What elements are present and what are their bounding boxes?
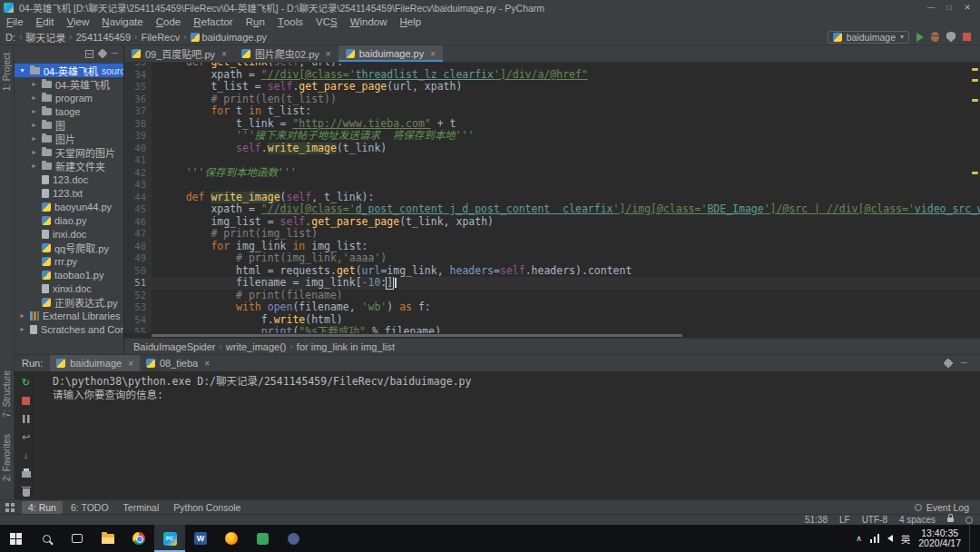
tree-collapsed-arrow-icon[interactable]: ▸ xyxy=(18,325,26,333)
taskbar-clock[interactable]: 13:40:35 2020/4/17 xyxy=(918,528,961,549)
collapse-all-icon[interactable] xyxy=(85,50,93,58)
print-button[interactable] xyxy=(22,471,31,478)
project-tree-item[interactable]: ▸天堂网的图片 xyxy=(15,145,123,159)
project-tree-item[interactable]: ▸External Libraries xyxy=(15,309,123,322)
toolwindow-button[interactable]: 4: Run xyxy=(22,501,63,514)
close-tab-icon[interactable]: × xyxy=(204,359,210,369)
statusbar-item[interactable]: 4 spaces xyxy=(899,515,936,525)
code-line[interactable]: 55 print("%s下载成功" % filename) xyxy=(124,326,980,333)
warning-stripe-mark[interactable] xyxy=(972,99,978,102)
code-line[interactable]: 42 '''保存到本地函数''' xyxy=(124,167,980,180)
breadcrumb-item[interactable]: 聊天记录 xyxy=(25,30,65,44)
toolwindow-button[interactable]: Python Console xyxy=(167,501,247,514)
breadcrumb-item[interactable]: D: xyxy=(5,32,15,43)
breadcrumb-item[interactable]: baiduimage.py xyxy=(191,32,268,43)
ime-indicator[interactable]: 英 xyxy=(901,532,911,546)
project-tree-item[interactable]: 123.txt xyxy=(15,186,123,200)
tree-collapsed-arrow-icon[interactable]: ▸ xyxy=(30,148,38,156)
code-line[interactable]: 35 t_list = self.get_parse_page(url, xpa… xyxy=(124,81,980,94)
editor[interactable]: 33 def get_tlink(self, url):34 xpath = "… xyxy=(124,63,980,333)
project-tree-item[interactable]: ▸program xyxy=(15,91,123,104)
soft-wrap-button[interactable]: ↩ xyxy=(20,430,33,443)
hector-inspections-icon[interactable] xyxy=(965,517,973,524)
tree-collapsed-arrow-icon[interactable]: ▸ xyxy=(30,94,38,102)
project-tree-item[interactable]: rrr.py xyxy=(15,254,123,268)
code-line[interactable]: 47 # print(img_list) xyxy=(124,228,980,241)
code-line[interactable]: 40 self.write_image(t_link) xyxy=(124,143,980,155)
tree-collapsed-arrow-icon[interactable]: ▸ xyxy=(30,121,38,129)
menu-item-view[interactable]: View xyxy=(60,15,95,29)
project-tree-item[interactable]: ▸图 xyxy=(15,118,123,132)
taskbar-win-start-button[interactable] xyxy=(0,525,31,552)
project-tree-item[interactable]: baoyun44.py xyxy=(15,200,123,213)
warning-stripe-mark[interactable] xyxy=(972,68,978,71)
tree-collapsed-arrow-icon[interactable]: ▸ xyxy=(30,134,38,143)
taskbar-task-view-button[interactable] xyxy=(62,525,93,552)
volume-icon[interactable] xyxy=(887,535,893,542)
run-button[interactable] xyxy=(916,33,924,42)
code-line[interactable]: 43 xyxy=(124,179,980,192)
run-settings-gear-icon[interactable] xyxy=(945,360,952,367)
tree-collapsed-arrow-icon[interactable]: ▸ xyxy=(30,107,38,115)
code-line[interactable]: 34 xpath = "//div[@class='threadlist_lz … xyxy=(124,69,980,82)
statusbar-item[interactable]: UTF-8 xyxy=(862,515,887,525)
network-icon[interactable] xyxy=(870,534,879,543)
toolwindow-switcher-icon[interactable] xyxy=(5,503,15,512)
tree-collapsed-arrow-icon[interactable]: ▸ xyxy=(18,311,26,320)
taskbar-word-button[interactable]: W xyxy=(185,525,216,552)
close-button[interactable]: ✕ xyxy=(958,0,976,15)
warning-stripe-mark[interactable] xyxy=(972,79,978,82)
project-tree-item[interactable]: xinxi.doc xyxy=(15,281,123,295)
rerun-button[interactable]: ↻ xyxy=(20,376,33,389)
run-tab[interactable]: baiduimage× xyxy=(50,355,140,371)
show-desktop-button[interactable] xyxy=(969,525,973,552)
toolwindow-button[interactable]: 6: TODO xyxy=(64,501,115,514)
menu-item-refactor[interactable]: Refactor xyxy=(187,15,239,29)
tree-expanded-arrow-icon[interactable]: ▾ xyxy=(18,66,26,74)
project-toolwindow-button[interactable]: 1: Project xyxy=(2,53,12,91)
project-tree-item[interactable]: ▸新建文件夹 xyxy=(15,159,123,172)
hide-run-panel-icon[interactable]: ─ xyxy=(961,360,967,367)
code-line[interactable]: 37 for t in t_list: xyxy=(124,105,980,118)
clear-all-button[interactable] xyxy=(23,488,30,497)
minimize-button[interactable]: — xyxy=(922,0,940,15)
tree-collapsed-arrow-icon[interactable]: ▸ xyxy=(30,162,38,170)
scrollbar-thumb[interactable] xyxy=(152,334,682,337)
run-tab[interactable]: 08_tieba× xyxy=(140,355,216,371)
menu-item-tools[interactable]: Tools xyxy=(271,15,309,29)
close-tab-icon[interactable]: × xyxy=(430,49,436,59)
project-tree-item[interactable]: ▸图片 xyxy=(15,132,123,145)
editor-breadcrumb-item[interactable]: write_image() xyxy=(226,341,287,352)
editor-breadcrumb-item[interactable]: for img_link in img_list xyxy=(297,341,395,352)
code-line[interactable]: 52 # print(filename) xyxy=(124,290,980,302)
menu-item-window[interactable]: Window xyxy=(344,15,394,29)
code-line[interactable]: 38 t_link = "http://www.tieba.com" + t xyxy=(124,118,980,131)
tray-chevron-up-icon[interactable]: ∧ xyxy=(856,534,862,543)
close-tab-icon[interactable]: × xyxy=(221,49,227,59)
code-line[interactable]: 36 # print(len(t_list)) xyxy=(124,94,980,106)
code-line[interactable]: 39 '''接下来对帖子地址发送请求 将保存到本地''' xyxy=(124,130,980,143)
taskbar-pycharm-button[interactable]: PC xyxy=(154,525,185,552)
taskbar-firefox-button[interactable] xyxy=(216,525,247,552)
taskbar-file-explorer-button[interactable] xyxy=(93,525,123,552)
menu-item-edit[interactable]: Edit xyxy=(30,15,61,29)
pause-output-button[interactable] xyxy=(22,415,30,423)
code-line[interactable]: 48 for img_link in img_list: xyxy=(124,241,980,253)
taskbar-app-dark-button[interactable] xyxy=(278,525,309,552)
code-line[interactable]: 49 # print(img_link,'aaaa') xyxy=(124,252,980,265)
menu-item-code[interactable]: Code xyxy=(150,15,188,29)
debug-button[interactable] xyxy=(931,32,939,42)
project-tree-item[interactable]: 123.doc xyxy=(15,172,123,186)
stop-button[interactable] xyxy=(963,33,971,41)
taskbar-app-green-button[interactable] xyxy=(247,525,278,552)
editor-breadcrumb-item[interactable]: BaiduImageSpider xyxy=(133,341,216,352)
hide-panel-icon[interactable]: ─ xyxy=(112,50,118,57)
statusbar-item[interactable]: LF xyxy=(839,515,850,525)
menu-item-file[interactable]: File xyxy=(0,15,30,29)
menu-item-run[interactable]: Run xyxy=(240,15,271,29)
code-line[interactable]: 41 xyxy=(124,154,980,167)
toolwindow-button[interactable]: Terminal xyxy=(117,501,166,514)
maximize-button[interactable]: □ xyxy=(940,0,958,15)
breadcrumb-item[interactable]: FileRecv xyxy=(141,32,180,43)
project-tree-item[interactable]: ▾04-英雄飞机 sources xyxy=(15,64,123,77)
